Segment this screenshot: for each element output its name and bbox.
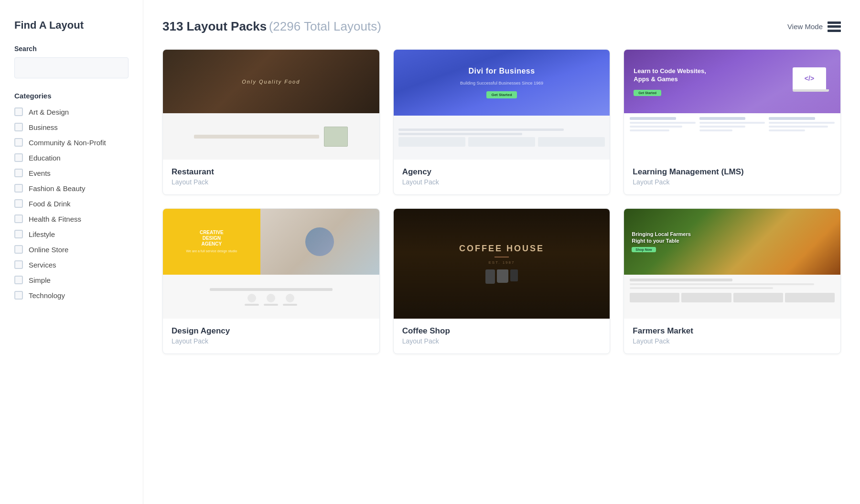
category-name-services: Services	[29, 261, 56, 269]
category-name-business: Business	[29, 123, 58, 131]
farmers-image-top: Bringing Local FarmersRight to your Tabl…	[624, 209, 840, 275]
category-name-education: Education	[29, 154, 61, 162]
category-name-food: Food & Drink	[29, 200, 71, 208]
card-info-coffee-shop: Coffee Shop Layout Pack	[394, 319, 610, 354]
category-name-health: Health & Fitness	[29, 215, 81, 223]
card-farmers-market[interactable]: Bringing Local FarmersRight to your Tabl…	[624, 208, 841, 354]
card-image-farmers-market: Bringing Local FarmersRight to your Tabl…	[624, 209, 840, 319]
card-type-farmers-market: Layout Pack	[633, 337, 832, 345]
category-item-lifestyle[interactable]: Lifestyle	[14, 230, 129, 238]
card-name-agency: Agency	[402, 167, 602, 177]
category-item-education[interactable]: Education	[14, 153, 129, 162]
pack-count: 313 Layout Packs	[162, 19, 267, 33]
card-name-lms: Learning Management (LMS)	[633, 167, 832, 177]
category-name-community: Community & Non-Profit	[29, 139, 106, 147]
card-image-lms: Learn to Code Websites,Apps & Games Get …	[624, 50, 840, 160]
category-item-technology[interactable]: Technology	[14, 291, 129, 300]
category-name-online-store: Online Store	[29, 246, 68, 254]
categories-list: Art & DesignBusinessCommunity & Non-Prof…	[14, 107, 129, 300]
category-checkbox-health[interactable]	[14, 214, 23, 223]
card-image-coffee-shop: COFFEE HOUSE Est. 1987	[394, 209, 610, 319]
sidebar-title: Find A Layout	[14, 19, 129, 32]
coffee-image: COFFEE HOUSE Est. 1987	[394, 209, 610, 319]
card-lms[interactable]: Learn to Code Websites,Apps & Games Get …	[624, 49, 841, 195]
category-checkbox-simple[interactable]	[14, 276, 23, 284]
category-name-simple: Simple	[29, 276, 51, 284]
view-mode-button[interactable]	[828, 21, 841, 32]
category-item-events[interactable]: Events	[14, 169, 129, 177]
category-checkbox-services[interactable]	[14, 260, 23, 269]
category-item-health[interactable]: Health & Fitness	[14, 214, 129, 223]
category-checkbox-events[interactable]	[14, 169, 23, 177]
card-restaurant[interactable]: Only Quality Food Restaurant Layout Pack	[162, 49, 380, 195]
category-item-art-design[interactable]: Art & Design	[14, 107, 129, 116]
category-checkbox-business[interactable]	[14, 123, 23, 131]
agency-image-bottom	[394, 116, 610, 160]
card-type-design-agency: Layout Pack	[172, 337, 371, 345]
card-image-agency: Divi for Business Building Successful Bu…	[394, 50, 610, 160]
agency-image-top: Divi for Business Building Successful Bu…	[394, 50, 610, 116]
card-info-farmers-market: Farmers Market Layout Pack	[624, 319, 840, 354]
card-name-farmers-market: Farmers Market	[633, 326, 832, 336]
card-info-agency: Agency Layout Pack	[394, 160, 610, 194]
card-coffee-shop[interactable]: COFFEE HOUSE Est. 1987 Coffee Shop Layou…	[393, 208, 611, 354]
card-info-lms: Learning Management (LMS) Layout Pack	[624, 160, 840, 194]
sidebar: Find A Layout Search Categories Art & De…	[0, 0, 143, 504]
card-info-restaurant: Restaurant Layout Pack	[163, 160, 379, 194]
category-checkbox-online-store[interactable]	[14, 245, 23, 254]
lms-image-top: Learn to Code Websites,Apps & Games Get …	[624, 50, 840, 113]
restaurant-image-bottom	[163, 113, 379, 160]
restaurant-image-top: Only Quality Food	[163, 50, 379, 113]
card-type-restaurant: Layout Pack	[172, 178, 371, 186]
layout-grid: Only Quality Food Restaurant Layout Pack	[162, 49, 841, 354]
card-type-lms: Layout Pack	[633, 178, 832, 186]
category-checkbox-art-design[interactable]	[14, 107, 23, 116]
card-name-restaurant: Restaurant	[172, 167, 371, 177]
farmers-image-bottom	[624, 275, 840, 319]
category-name-lifestyle: Lifestyle	[29, 230, 55, 238]
category-item-online-store[interactable]: Online Store	[14, 245, 129, 254]
category-checkbox-fashion[interactable]	[14, 184, 23, 193]
category-checkbox-food[interactable]	[14, 199, 23, 208]
category-name-technology: Technology	[29, 291, 65, 300]
design-agency-image-bottom	[163, 275, 379, 319]
main-content: 313 Layout Packs (2296 Total Layouts) Vi…	[143, 0, 860, 504]
category-name-art-design: Art & Design	[29, 108, 69, 116]
card-image-restaurant: Only Quality Food	[163, 50, 379, 160]
category-checkbox-community[interactable]	[14, 138, 23, 147]
category-item-food[interactable]: Food & Drink	[14, 199, 129, 208]
card-type-agency: Layout Pack	[402, 178, 602, 186]
card-type-coffee-shop: Layout Pack	[402, 337, 602, 345]
total-layouts: (2296 Total Layouts)	[269, 19, 381, 33]
card-name-design-agency: Design Agency	[172, 326, 371, 336]
category-item-services[interactable]: Services	[14, 260, 129, 269]
layout-count: 313 Layout Packs (2296 Total Layouts)	[162, 19, 381, 34]
card-name-coffee-shop: Coffee Shop	[402, 326, 602, 336]
search-input[interactable]	[14, 57, 129, 78]
category-item-simple[interactable]: Simple	[14, 276, 129, 284]
view-mode-label: View Mode	[787, 22, 823, 31]
lms-image-bottom	[624, 113, 840, 160]
card-design-agency[interactable]: CreativeDesignAgency We are a full servi…	[162, 208, 380, 354]
category-item-business[interactable]: Business	[14, 123, 129, 131]
category-checkbox-lifestyle[interactable]	[14, 230, 23, 238]
main-header: 313 Layout Packs (2296 Total Layouts) Vi…	[162, 19, 841, 34]
card-info-design-agency: Design Agency Layout Pack	[163, 319, 379, 354]
card-image-design-agency: CreativeDesignAgency We are a full servi…	[163, 209, 379, 319]
design-agency-image-top: CreativeDesignAgency We are a full servi…	[163, 209, 379, 275]
card-agency[interactable]: Divi for Business Building Successful Bu…	[393, 49, 611, 195]
category-checkbox-technology[interactable]	[14, 291, 23, 300]
category-item-community[interactable]: Community & Non-Profit	[14, 138, 129, 147]
category-name-fashion: Fashion & Beauty	[29, 184, 85, 193]
category-name-events: Events	[29, 169, 51, 177]
view-mode-area: View Mode	[787, 21, 841, 32]
category-item-fashion[interactable]: Fashion & Beauty	[14, 184, 129, 193]
search-label: Search	[14, 45, 129, 53]
category-checkbox-education[interactable]	[14, 153, 23, 162]
categories-label: Categories	[14, 92, 129, 100]
